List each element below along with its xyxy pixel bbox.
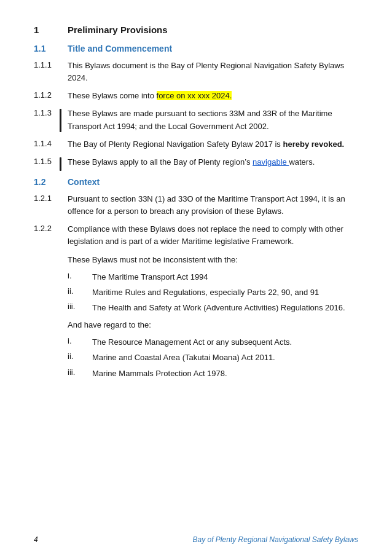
subsection-1-1-heading: 1.1 Title and Commencement [34, 44, 355, 53]
section-1-title: Preliminary Provisions [68, 25, 168, 35]
subsection-1-2-title: Context [68, 177, 100, 187]
item-1-1-5: 1.1.5 These Bylaws apply to all the Bay … [34, 156, 355, 168]
item-1-1-4: 1.1.4 The Bay of Plenty Regional Navigat… [34, 138, 355, 151]
section-1-num: 1 [34, 25, 68, 35]
section-1-heading: 1 Preliminary Provisions [34, 25, 355, 35]
regard-item-i-marker: i. [68, 336, 92, 345]
list-item-iii: iii. The Health and Safety at Work (Adve… [68, 302, 355, 314]
subsection-1-1-num: 1.1 [34, 44, 68, 53]
must-not-inconsistent-block: These Bylaws must not be inconsistent wi… [68, 254, 355, 380]
document-page: 1 Preliminary Provisions 1.1 Title and C… [0, 0, 392, 555]
item-1-1-1-num: 1.1.1 [34, 60, 68, 69]
item-1-2-2-num: 1.2.2 [34, 223, 68, 233]
must-not-inconsistent-list: i. The Maritime Transport Act 1994 ii. M… [68, 271, 355, 314]
regard-item-iii-text: Marine Mammals Protection Act 1978. [92, 368, 355, 380]
regard-item-iii: iii. Marine Mammals Protection Act 1978. [68, 368, 355, 380]
item-1-1-2-highlight: force on xx xxx 2024. [157, 91, 232, 100]
list-item-ii: ii. Maritime Rules and Regulations, espe… [68, 286, 355, 299]
regard-item-iii-marker: iii. [68, 368, 92, 377]
item-1-1-5-prefix: These Bylaws apply to all the Bay of Ple… [68, 157, 253, 167]
sidebar-1-1-3 [60, 109, 61, 132]
regard-item-ii-text: Marine and Coastal Area (Takutai Moana) … [92, 352, 355, 364]
item-1-1-2-text: These Bylaws come into force on xx xxx 2… [68, 90, 355, 102]
list-item-iii-text: The Health and Safety at Work (Adventure… [92, 302, 355, 314]
list-item-i-marker: i. [68, 271, 92, 280]
subsection-1-2-heading: 1.2 Context [34, 177, 355, 187]
regard-item-i-text: The Resource Management Act or any subse… [92, 336, 355, 348]
item-1-2-2: 1.2.2 Compliance with these Bylaws does … [34, 223, 355, 248]
item-1-1-4-num: 1.1.4 [34, 138, 68, 148]
item-1-1-3-text: These Bylaws are made pursuant to sectio… [68, 108, 355, 132]
item-1-1-5-suffix: waters. [289, 157, 315, 167]
subsection-1-2-num: 1.2 [34, 177, 68, 187]
item-1-1-2-num: 1.1.2 [34, 90, 68, 100]
item-1-2-1-text: Pursuant to section 33N (1) ad 33O of th… [68, 193, 355, 218]
footer-doc-title: Bay of Plenty Regional Navigational Safe… [193, 535, 358, 544]
subsection-1-1-title: Title and Commencement [68, 44, 172, 53]
item-1-1-5-text: These Bylaws apply to all the Bay of Ple… [68, 156, 355, 168]
item-1-2-1-num: 1.2.1 [34, 193, 68, 203]
list-item-ii-text: Maritime Rules and Regulations, especial… [92, 286, 355, 299]
sidebar-1-1-5 [60, 157, 61, 171]
item-1-1-2-prefix: These Bylaws come into [68, 91, 157, 100]
item-1-1-1: 1.1.1 This Bylaws document is the Bay of… [34, 60, 355, 84]
list-item-ii-marker: ii. [68, 286, 92, 296]
item-1-1-3: 1.1.3 These Bylaws are made pursuant to … [34, 108, 355, 132]
regard-item-ii-marker: ii. [68, 352, 92, 361]
regard-item-ii: ii. Marine and Coastal Area (Takutai Moa… [68, 352, 355, 364]
item-1-1-5-link[interactable]: navigable [253, 157, 289, 167]
list-item-i: i. The Maritime Transport Act 1994 [68, 271, 355, 283]
item-1-1-5-num: 1.1.5 [34, 156, 68, 166]
item-1-1-4-prefix: The Bay of Plenty Regional Navigation Sa… [68, 140, 283, 149]
item-1-1-4-bold: hereby revoked. [283, 140, 344, 149]
have-regard-list: i. The Resource Management Act or any su… [68, 336, 355, 379]
item-1-2-2-text: Compliance with these Bylaws does not re… [68, 223, 355, 248]
item-1-1-1-text: This Bylaws document is the Bay of Plent… [68, 60, 355, 84]
item-1-1-4-text: The Bay of Plenty Regional Navigation Sa… [68, 138, 355, 151]
page-footer: 4 Bay of Plenty Regional Navigational Sa… [0, 535, 392, 544]
have-regard-intro: And have regard to the: [68, 319, 355, 331]
list-item-i-text: The Maritime Transport Act 1994 [92, 271, 355, 283]
footer-page-number: 4 [34, 535, 38, 544]
item-1-1-2: 1.1.2 These Bylaws come into force on xx… [34, 90, 355, 102]
item-1-2-1: 1.2.1 Pursuant to section 33N (1) ad 33O… [34, 193, 355, 218]
regard-item-i: i. The Resource Management Act or any su… [68, 336, 355, 348]
list-item-iii-marker: iii. [68, 302, 92, 311]
item-1-1-3-num: 1.1.3 [34, 108, 68, 117]
must-not-inconsistent-intro: These Bylaws must not be inconsistent wi… [68, 254, 355, 266]
